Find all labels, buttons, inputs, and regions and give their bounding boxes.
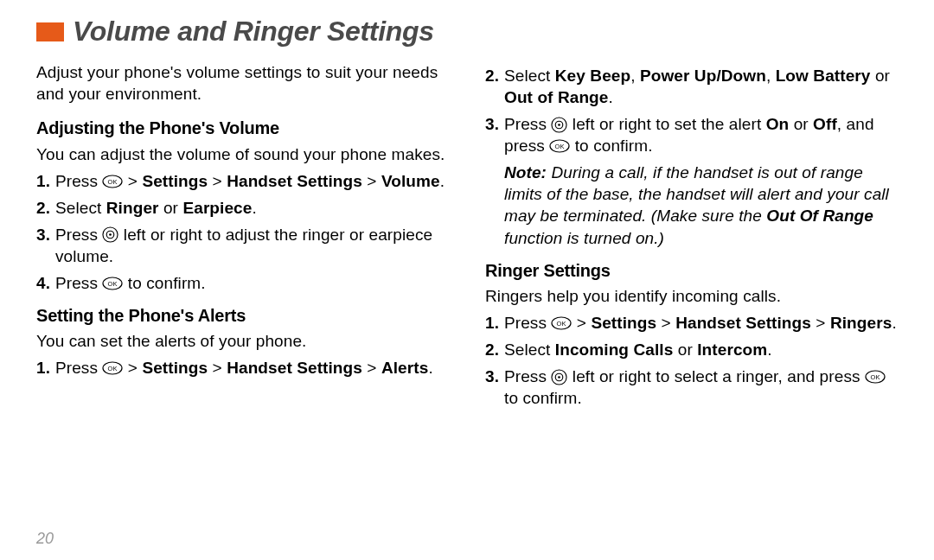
menu-path: Handset Settings xyxy=(675,314,811,332)
text: . xyxy=(892,314,896,332)
adjust-steps: Press > Settings > Handset Settings > Vo… xyxy=(36,170,449,294)
option: Power Up/Down xyxy=(640,67,766,85)
text: Select xyxy=(55,199,106,217)
adjust-step-3: Press left or right to adjust the ringer… xyxy=(36,224,449,267)
ok-icon xyxy=(549,139,570,153)
menu-path: Volume xyxy=(381,172,440,190)
ringers-steps: Press > Settings > Handset Settings > Ri… xyxy=(485,312,898,409)
menu-path: Ringers xyxy=(830,314,892,332)
alerts-steps-part1: Press > Settings > Handset Settings > Al… xyxy=(36,357,449,379)
alerts-steps-part2: Select Key Beep, Power Up/Down, Low Batt… xyxy=(485,65,898,156)
option: On xyxy=(766,115,790,133)
text: or xyxy=(789,115,813,133)
alerts-step-1: Press > Settings > Handset Settings > Al… xyxy=(36,357,449,379)
text: > xyxy=(811,314,830,332)
option: Key Beep xyxy=(555,67,630,85)
text: Press xyxy=(55,274,102,292)
option: Earpiece xyxy=(182,199,252,217)
text: > xyxy=(362,359,381,377)
text: . xyxy=(252,199,256,217)
text: > xyxy=(123,359,142,377)
menu-path: Handset Settings xyxy=(227,359,362,377)
text: or xyxy=(871,67,890,85)
menu-path: Handset Settings xyxy=(227,172,362,190)
text: or xyxy=(159,199,183,217)
text: . xyxy=(428,359,432,377)
page-number: 20 xyxy=(36,530,54,548)
intro-text: Adjust your phone's volume settings to s… xyxy=(36,61,449,105)
adjust-heading: Adjusting the Phone's Volume xyxy=(36,117,449,139)
alerts-heading: Setting the Phone's Alerts xyxy=(36,304,449,327)
ok-icon xyxy=(865,370,886,384)
menu-path: Settings xyxy=(142,359,208,377)
ringers-heading: Ringer Settings xyxy=(485,259,898,282)
text: Press xyxy=(55,226,102,244)
ok-icon xyxy=(551,316,572,330)
text: . xyxy=(440,172,445,190)
text: left or right to set the alert xyxy=(567,115,765,133)
text: left or right to select a ringer, and pr… xyxy=(567,367,865,385)
text: , xyxy=(766,67,776,85)
text: Press xyxy=(504,314,551,332)
ringers-step-2: Select Incoming Calls or Intercom. xyxy=(485,339,898,360)
text: > xyxy=(123,172,142,190)
ok-icon xyxy=(102,361,123,375)
text: , xyxy=(630,67,640,85)
text: to confirm. xyxy=(504,389,582,407)
alerts-step-2: Select Key Beep, Power Up/Down, Low Batt… xyxy=(485,65,898,108)
option: Out of Range xyxy=(504,88,608,106)
option: Incoming Calls xyxy=(555,340,674,359)
note-bold: Out Of Range xyxy=(766,207,873,225)
alerts-desc: You can set the alerts of your phone. xyxy=(36,330,449,352)
ringers-step-1: Press > Settings > Handset Settings > Ri… xyxy=(485,312,898,334)
nav-icon xyxy=(551,117,567,133)
alerts-step-3: Press left or right to set the alert On … xyxy=(485,113,898,156)
left-column: Adjust your phone's volume settings to s… xyxy=(36,61,449,414)
ok-icon xyxy=(102,175,123,188)
text: Press xyxy=(55,359,102,377)
title-accent-block xyxy=(36,22,64,41)
text: Press xyxy=(55,172,102,190)
menu-path: Settings xyxy=(142,172,208,190)
menu-path: Alerts xyxy=(381,359,428,377)
text: Select xyxy=(504,67,555,85)
menu-path: Settings xyxy=(591,314,656,332)
text: > xyxy=(656,314,675,332)
text: . xyxy=(767,340,771,359)
text: Press xyxy=(504,115,551,133)
ringers-step-3: Press left or right to select a ringer, … xyxy=(485,366,898,409)
note-tail: function is turned on.) xyxy=(504,229,664,247)
note-label: Note: xyxy=(504,163,547,181)
adjust-step-4: Press to confirm. xyxy=(36,272,449,294)
page-title: Volume and Ringer Settings xyxy=(73,16,434,48)
adjust-step-2: Select Ringer or Earpiece. xyxy=(36,197,449,219)
adjust-desc: You can adjust the volume of sound your … xyxy=(36,143,449,165)
text: or xyxy=(673,340,697,359)
text: > xyxy=(208,172,227,190)
text: > xyxy=(208,359,227,377)
option: Intercom xyxy=(697,340,767,359)
ok-icon xyxy=(102,277,123,290)
text: to confirm. xyxy=(570,137,652,155)
text: to confirm. xyxy=(123,274,205,292)
option: Low Battery xyxy=(776,67,871,85)
text: > xyxy=(572,314,591,332)
nav-icon xyxy=(102,226,118,243)
text: . xyxy=(608,88,612,106)
right-column: Select Key Beep, Power Up/Down, Low Batt… xyxy=(485,61,898,414)
text: Select xyxy=(504,340,555,359)
title-row: Volume and Ringer Settings xyxy=(36,16,898,48)
option: Ringer xyxy=(106,199,159,217)
text: > xyxy=(362,172,381,190)
alerts-note: Note: During a call, if the handset is o… xyxy=(485,162,898,248)
ringers-desc: Ringers help you identify incoming calls… xyxy=(485,285,898,307)
text: Press xyxy=(504,367,551,385)
content-columns: Adjust your phone's volume settings to s… xyxy=(36,61,898,414)
option: Off xyxy=(813,115,837,133)
adjust-step-1: Press > Settings > Handset Settings > Vo… xyxy=(36,170,449,192)
nav-icon xyxy=(551,369,567,385)
